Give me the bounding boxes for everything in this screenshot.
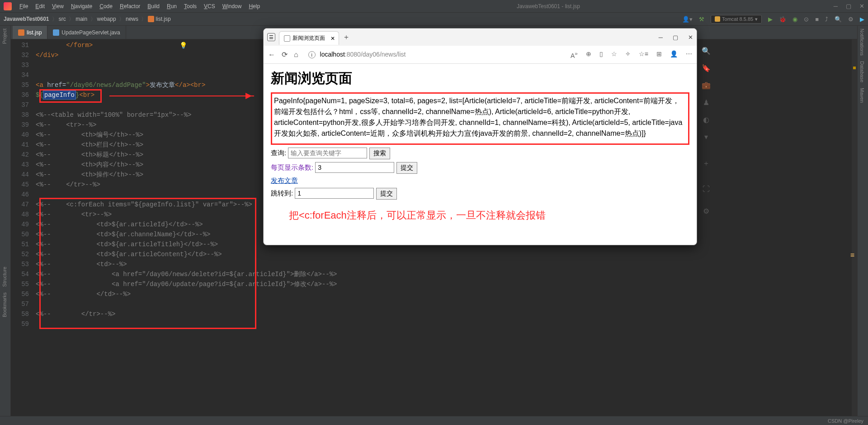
edge-side-toolbar: 🔍 🔖 💼 ♟ ◐ ▾ ＋ ⛶ ⚙ [698,47,714,216]
coverage-icon[interactable]: ◉ [793,16,797,23]
browser-window-controls: ─ ▢ ✕ [659,34,693,41]
annotation-box-browser: PageInfo{pageNum=1, pageSize=3, total=6,… [271,92,689,145]
search-button[interactable]: 搜索 [369,148,390,159]
menu-code[interactable]: Code [96,2,116,10]
main-menu: File Edit View Navigate Code Refactor Bu… [16,2,263,10]
favorites-bar-icon[interactable]: ☆≡ [639,50,648,59]
menu-help[interactable]: Help [245,2,263,10]
browser-address-bar: ← ⟳ ⌂ i localhost:8080/day06/news/list A… [264,46,697,64]
database-tool[interactable]: Database [858,58,867,85]
menu-refactor[interactable]: Refactor [117,2,143,10]
breadcrumb[interactable]: JavawebTest0601 〉src 〉main 〉webapp 〉news… [4,15,171,23]
browser-sidebar-icon[interactable]: ☰ [267,33,275,41]
status-bar: CSDN @Pireley [0,416,868,425]
tab-update-servlet[interactable]: UpdatePageServlet.java [47,26,126,39]
intellij-logo-icon [4,2,12,10]
jump-input[interactable] [295,188,374,199]
search-icon[interactable]: 🔍 [835,16,842,23]
edge-settings-icon[interactable]: ⚙ [702,207,711,216]
collections-icon[interactable]: ▯ [599,50,603,59]
site-info-icon[interactable]: i [308,51,316,58]
edge-tag-icon[interactable]: 🔖 [702,64,711,73]
favorite-icon[interactable]: ☆ [611,50,617,59]
tab-list-jsp[interactable]: list.jsp [13,26,47,39]
menu-navigate[interactable]: Navigate [68,2,95,10]
query-row: 查询: 搜索 [271,148,689,159]
edge-copilot-icon[interactable]: ◐ [702,115,711,124]
browser-minimize-icon[interactable]: ─ [659,34,663,41]
addr-tool-icons: A» ⊕ ▯ ☆ ✧ ☆≡ ⊞ 👤 ⋯ [571,50,692,59]
profile-icon[interactable]: ⊙ [804,16,809,23]
reader-icon[interactable]: A» [571,50,578,59]
git-icon[interactable]: ⤴ [825,16,828,23]
run-config-select[interactable]: Tomcat 8.5.85 ▾ [711,15,762,24]
menu-vcs[interactable]: VCS [201,2,218,10]
edge-toolbox-icon[interactable]: 💼 [702,81,711,90]
edge-plus-icon[interactable]: ＋ [702,159,711,168]
close-icon[interactable]: ✕ [859,3,864,10]
project-tool[interactable]: Project [0,26,9,47]
ai-icon[interactable]: ▶ [860,16,864,23]
hammer-build-icon[interactable]: ⚒ [699,16,704,23]
menu-edit[interactable]: Edit [32,2,48,10]
browser-tab[interactable]: 新闻浏览页面 ✕ [279,31,339,45]
menu-tools[interactable]: Tools [181,2,200,10]
settings-wheel-icon[interactable]: ⚙ [848,16,854,23]
new-tab-button[interactable]: ＋ [343,33,350,42]
edge-expand-icon[interactable]: ⛶ [702,185,711,194]
java-file-icon [53,29,59,36]
structure-tool[interactable]: Structure [0,264,9,290]
run-icon[interactable]: ▶ [768,16,773,23]
bookmarks-tool[interactable]: Bookmarks [0,290,9,320]
back-icon[interactable]: ← [268,51,275,59]
browser-content: 新闻浏览页面 PageInfo{pageNum=1, pageSize=3, t… [264,64,697,245]
profile-icon[interactable]: 👤 [670,50,678,59]
tab-close-icon[interactable]: ✕ [330,35,335,42]
jump-submit-button[interactable]: 提交 [376,188,397,200]
publish-link[interactable]: 发布文章 [271,177,298,184]
notifications-tool[interactable]: Notifications [858,26,867,58]
edge-search-icon[interactable]: 🔍 [702,47,711,56]
menu-build[interactable]: Build [144,2,163,10]
refresh-icon[interactable]: ⟳ [282,50,288,59]
intention-bulb-icon[interactable]: 💡 [179,42,187,49]
menu-view[interactable]: View [49,2,67,10]
editor-minimap[interactable] [852,39,857,416]
menu-run[interactable]: Run [164,2,180,10]
debug-icon[interactable]: 🐞 [779,16,786,23]
jump-row: 跳转到: 提交 [271,188,689,200]
maximize-icon[interactable]: ▢ [846,3,851,10]
browser-window: ☰ 新闻浏览页面 ✕ ＋ ─ ▢ ✕ ← ⟳ ⌂ i localhost:808… [263,28,697,245]
user-icon[interactable]: 👤▾ [682,16,693,23]
tomcat-icon [715,16,720,22]
extensions-icon[interactable]: ✧ [625,50,631,59]
jsp-file-icon [18,29,24,36]
home-icon[interactable]: ⌂ [294,51,298,59]
edge-game-icon[interactable]: ♟ [702,98,711,107]
pageinfo-dump: PageInfo{pageNum=1, pageSize=3, total=6,… [274,96,686,139]
minimize-icon[interactable]: ─ [834,3,838,10]
perpage-input[interactable] [315,162,394,173]
maven-tool[interactable]: Maven [858,85,867,105]
ide-titlebar: File Edit View Navigate Code Refactor Bu… [0,0,868,13]
browser-maximize-icon[interactable]: ▢ [673,34,678,41]
page-icon [284,35,290,42]
hamburger-icon[interactable]: ≡ [850,251,854,259]
edge-chevron-icon[interactable]: ▾ [702,133,711,142]
url-display[interactable]: i localhost:8080/day06/news/list [308,51,406,58]
annotation-arrow [109,96,254,96]
browser-close-icon[interactable]: ✕ [688,34,693,41]
left-tool-strip: Project Structure Bookmarks [0,26,11,416]
more-icon[interactable]: ⋯ [686,50,692,59]
menu-window[interactable]: Window [219,2,245,10]
query-input[interactable] [288,148,367,158]
browser-tab-bar: ☰ 新闻浏览页面 ✕ ＋ ─ ▢ ✕ [264,29,697,46]
perpage-submit-button[interactable]: 提交 [396,162,417,174]
menu-file[interactable]: File [16,2,31,10]
annotation-text: 把<c:forEach注释后，可以正常显示，一旦不注释就会报错 [289,209,689,222]
zoom-icon[interactable]: ⊕ [586,50,591,59]
window-title: JavawebTest0601 - list.jsp [263,3,834,10]
page-heading: 新闻浏览页面 [271,69,689,88]
add-tab-icon[interactable]: ⊞ [656,50,662,59]
stop-icon[interactable]: ■ [815,16,819,23]
